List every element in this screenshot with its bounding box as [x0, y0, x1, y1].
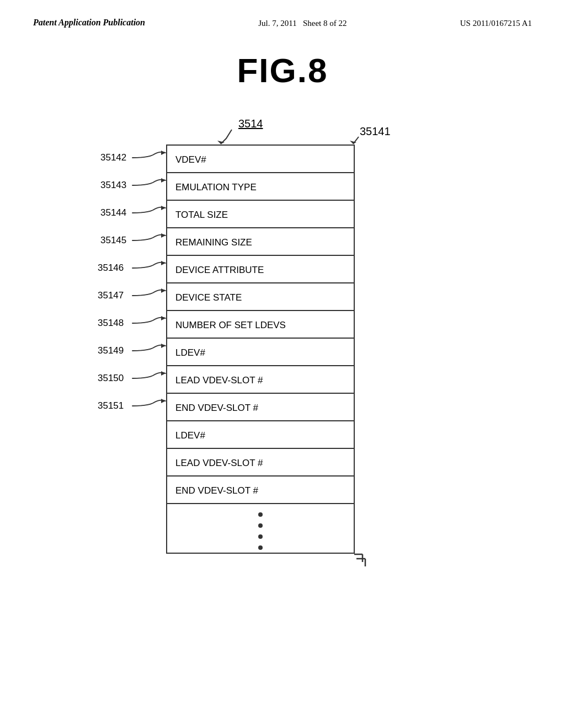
label-35147: 35147: [98, 290, 124, 301]
row-content-3: REMAINING SIZE: [175, 237, 252, 248]
label-35146: 35146: [98, 263, 124, 273]
svg-marker-26: [161, 206, 166, 210]
label-35150: 35150: [98, 373, 124, 383]
ref-3514-label: 3514: [238, 117, 263, 130]
svg-marker-31: [161, 344, 166, 348]
page-header: Patent Application Publication Jul. 7, 2…: [0, 0, 565, 29]
row-content-11: LEAD VDEV-SLOT #: [175, 458, 263, 468]
row-content-4: DEVICE ATTRIBUTE: [175, 265, 264, 275]
row-content-0: VDEV#: [175, 154, 206, 165]
svg-marker-30: [161, 316, 166, 320]
row-content-1: EMULATION TYPE: [175, 182, 257, 192]
svg-marker-28: [161, 261, 166, 265]
label-35142: 35142: [100, 152, 126, 163]
header-sheet: Sheet 8 of 22: [303, 19, 347, 28]
svg-marker-29: [161, 288, 166, 293]
header-publication: Patent Application Publication: [33, 17, 145, 29]
figure-title: FIG.8: [0, 51, 565, 90]
header-patent: US 2011/0167215 A1: [460, 19, 532, 28]
row-content-2: TOTAL SIZE: [175, 210, 228, 220]
label-35145: 35145: [100, 235, 126, 245]
row-content-6: NUMBER OF SET LDEVS: [175, 320, 286, 330]
svg-point-18: [258, 534, 263, 539]
svg-marker-27: [161, 233, 166, 238]
svg-point-17: [258, 523, 263, 528]
row-content-9: END VDEV-SLOT #: [175, 403, 258, 413]
row-content-5: DEVICE STATE: [175, 292, 242, 303]
label-35149: 35149: [98, 345, 124, 356]
svg-marker-25: [161, 178, 166, 183]
diagram-svg: 3514 35141 VDEV# EMULATION TYPE TO: [67, 106, 498, 636]
svg-point-16: [258, 512, 263, 517]
ref-35141-label: 35141: [360, 125, 391, 137]
svg-marker-32: [161, 371, 166, 376]
row-content-12: END VDEV-SLOT #: [175, 485, 258, 496]
row-content-8: LEAD VDEV-SLOT #: [175, 375, 263, 386]
label-35148: 35148: [98, 318, 124, 328]
svg-marker-33: [161, 399, 166, 403]
label-35143: 35143: [100, 180, 126, 190]
header-date-sheet: Jul. 7, 2011 Sheet 8 of 22: [258, 19, 347, 28]
svg-point-19: [258, 545, 263, 550]
svg-marker-24: [161, 151, 166, 155]
row-content-7: LDEV#: [175, 347, 205, 358]
label-35144: 35144: [100, 207, 126, 218]
row-content-10: LDEV#: [175, 430, 205, 441]
label-35151: 35151: [98, 400, 124, 411]
header-date: Jul. 7, 2011: [258, 19, 296, 28]
